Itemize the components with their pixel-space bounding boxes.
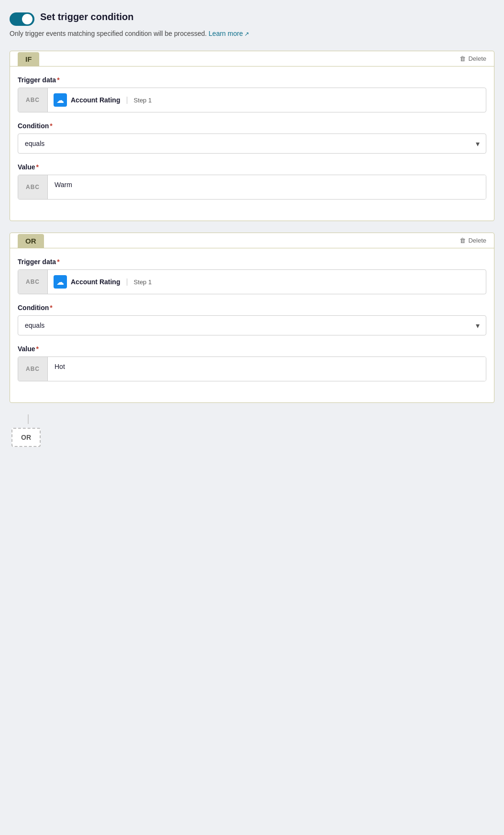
if-value-label: Value* <box>18 163 486 171</box>
if-condition-required: * <box>50 122 52 130</box>
or-label-tab: OR <box>18 234 44 248</box>
if-delete-button[interactable]: 🗑 Delete <box>460 51 486 66</box>
if-value-textarea[interactable]: Warm <box>48 175 486 199</box>
or-condition-select[interactable]: equals not equals contains starts with <box>18 315 486 335</box>
or-trigger-step: Step 1 <box>134 278 152 286</box>
if-value-input: ABC Warm <box>18 175 486 200</box>
or-condition-required: * <box>50 304 52 312</box>
if-condition-block: IF 🗑 Delete Trigger data* ABC ☁ Account … <box>10 51 494 221</box>
or-trigger-abc-label: ABC <box>18 270 48 294</box>
learn-more-link[interactable]: Learn more <box>208 30 249 37</box>
or-value-textarea[interactable]: Hot <box>48 357 486 381</box>
if-trigger-data-content: ☁ Account Rating | Step 1 <box>48 88 486 112</box>
if-label-tab: IF <box>18 52 39 66</box>
if-trigger-step: Step 1 <box>134 97 152 104</box>
or-trigger-required: * <box>57 258 59 266</box>
if-condition-label: Condition* <box>18 122 486 130</box>
or-value-abc-label: ABC <box>18 357 48 381</box>
if-block-body: Trigger data* ABC ☁ Account Rating | Ste… <box>10 67 494 221</box>
or-delete-button[interactable]: 🗑 Delete <box>460 233 486 248</box>
or-salesforce-cloud-icon: ☁ <box>56 278 64 287</box>
salesforce-icon: ☁ <box>54 93 67 107</box>
or-trigger-field-name: Account Rating <box>71 278 120 286</box>
or-trigger-data-input[interactable]: ABC ☁ Account Rating | Step 1 <box>18 269 486 294</box>
description-text: Only trigger events matching specified c… <box>10 30 207 37</box>
if-value-abc-label: ABC <box>18 175 48 199</box>
if-condition-select[interactable]: equals not equals contains starts with <box>18 134 486 154</box>
or-button-container: OR <box>10 428 494 447</box>
add-or-button[interactable]: OR <box>11 428 41 447</box>
if-condition-group: Condition* equals not equals contains st… <box>18 122 486 154</box>
or-condition-block: OR 🗑 Delete Trigger data* ABC ☁ Account … <box>10 233 494 403</box>
or-trigger-data-content: ☁ Account Rating | Step 1 <box>48 270 486 294</box>
salesforce-cloud-icon: ☁ <box>56 96 64 105</box>
or-salesforce-icon: ☁ <box>54 275 67 289</box>
or-value-label: Value* <box>18 345 486 353</box>
or-block-header: OR 🗑 Delete <box>10 233 494 248</box>
if-trigger-data-input[interactable]: ABC ☁ Account Rating | Step 1 <box>18 88 486 112</box>
if-value-required: * <box>36 163 39 171</box>
toggle-track <box>10 12 34 26</box>
if-trigger-field-name: Account Rating <box>71 96 120 104</box>
page-title: Set trigger condition <box>40 11 134 22</box>
if-trigger-data-label: Trigger data* <box>18 76 486 84</box>
trash-icon: 🗑 <box>460 55 466 62</box>
if-delete-label: Delete <box>468 55 486 62</box>
or-step-separator: | <box>126 278 128 286</box>
if-trigger-data-group: Trigger data* ABC ☁ Account Rating | Ste… <box>18 76 486 112</box>
or-block-body: Trigger data* ABC ☁ Account Rating | Ste… <box>10 248 494 402</box>
if-trigger-required: * <box>57 76 59 84</box>
connector-line <box>28 414 29 424</box>
or-condition-group: Condition* equals not equals contains st… <box>18 304 486 335</box>
if-step-separator: | <box>126 96 128 104</box>
or-value-input: ABC Hot <box>18 356 486 381</box>
if-trigger-abc-label: ABC <box>18 88 48 112</box>
if-value-group: Value* ABC Warm <box>18 163 486 200</box>
or-trigger-data-label: Trigger data* <box>18 258 486 266</box>
or-value-required: * <box>36 345 39 353</box>
toggle-knob <box>22 14 33 24</box>
or-trigger-data-group: Trigger data* ABC ☁ Account Rating | Ste… <box>18 258 486 294</box>
or-condition-select-wrapper: equals not equals contains starts with ▾ <box>18 315 486 335</box>
or-condition-label: Condition* <box>18 304 486 312</box>
header-section: Set trigger condition <box>10 11 494 26</box>
or-delete-label: Delete <box>468 237 486 244</box>
trigger-toggle[interactable] <box>10 12 34 26</box>
or-trash-icon: 🗑 <box>460 237 466 244</box>
or-value-group: Value* ABC Hot <box>18 345 486 381</box>
header-description: Only trigger events matching specified c… <box>10 30 494 37</box>
if-block-header: IF 🗑 Delete <box>10 51 494 67</box>
if-condition-select-wrapper: equals not equals contains starts with ▾ <box>18 134 486 154</box>
